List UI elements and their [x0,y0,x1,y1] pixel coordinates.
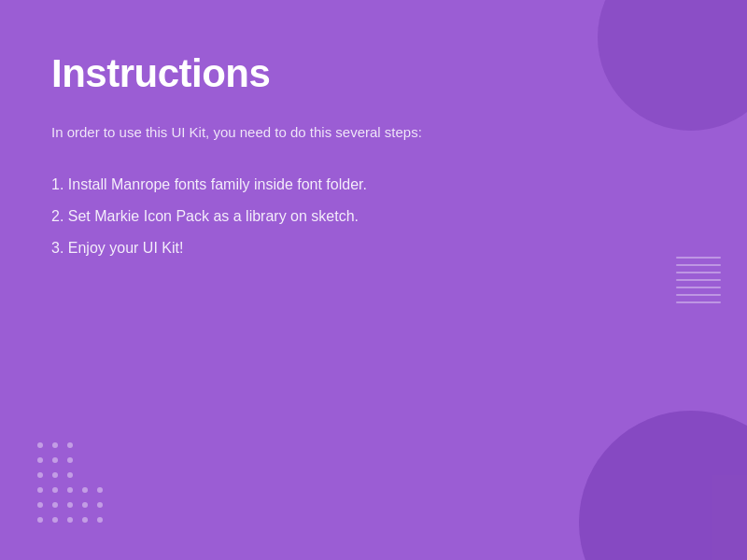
dot [37,442,43,448]
step-item-1: 1. Install Manrope fonts family inside f… [51,174,696,196]
step-item-3: 3. Enjoy your UI Kit! [51,237,696,259]
dot [67,442,73,448]
dot [82,487,88,493]
dot [37,487,43,493]
step-item-2: 2. Set Markie Icon Pack as a library on … [51,205,696,228]
main-content: Instructions In order to use this UI Kit… [0,0,747,297]
dot [52,487,58,493]
dot [82,502,88,508]
dot [52,442,58,448]
steps-list: 1. Install Manrope fonts family inside f… [51,174,696,259]
deco-dot-grid [37,442,103,523]
page-title: Instructions [51,51,696,96]
dot-row [37,457,103,463]
dot [52,502,58,508]
deco-circle-bottom-right [579,411,747,560]
dot [67,517,73,523]
dot [97,517,103,523]
dot [67,502,73,508]
dot [52,517,58,523]
dot [97,502,103,508]
subtitle: In order to use this UI Kit, you need to… [51,122,696,144]
dot [52,457,58,463]
deco-line [676,301,721,303]
dot [37,472,43,478]
dot-row [37,472,103,478]
dot [67,457,73,463]
dot [37,502,43,508]
dot [82,517,88,523]
dot [37,457,43,463]
dot-row [37,487,103,493]
dot [67,472,73,478]
dot [52,472,58,478]
dot [97,487,103,493]
dot [37,517,43,523]
dot-row [37,517,103,523]
dot [67,487,73,493]
dot-row [37,502,103,508]
dot-row [37,442,103,448]
